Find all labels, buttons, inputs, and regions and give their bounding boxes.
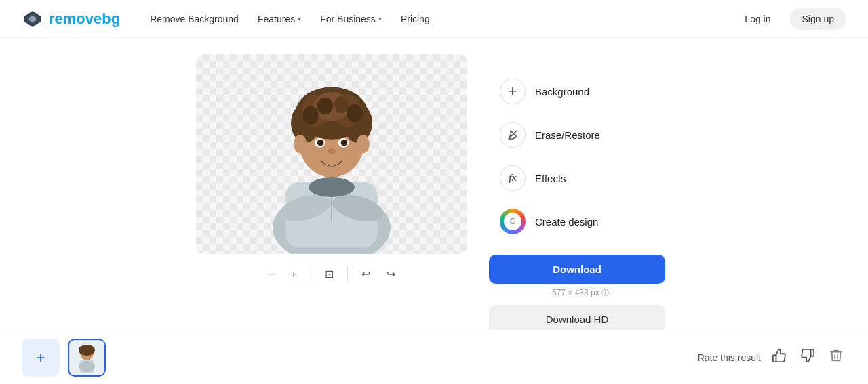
create-design-label: Create design: [535, 216, 598, 228]
svg-point-34: [79, 361, 95, 372]
logo[interactable]: removebg: [22, 8, 120, 30]
nav-pricing[interactable]: Pricing: [393, 9, 438, 28]
signup-button[interactable]: Sign up: [790, 8, 846, 30]
thumbnail-1[interactable]: [68, 339, 106, 377]
features-chevron-icon: ▾: [298, 15, 301, 22]
tool-create-design[interactable]: C Create design: [489, 200, 672, 242]
main-nav: Remove Background Features ▾ For Busines…: [142, 9, 438, 28]
bottom-strip: + Rate this result: [0, 330, 868, 384]
create-design-icon: C: [500, 209, 526, 234]
add-image-button[interactable]: +: [22, 339, 60, 377]
tool-erase-restore[interactable]: Erase/Restore: [489, 114, 672, 156]
nav-remove-background[interactable]: Remove Background: [142, 9, 247, 28]
effects-icon: fx: [500, 165, 526, 191]
erase-restore-label: Erase/Restore: [535, 129, 600, 141]
tool-effects[interactable]: fx Effects: [489, 157, 672, 199]
redo-button[interactable]: ↪: [381, 265, 401, 283]
background-icon: +: [500, 79, 526, 104]
thumbnails: +: [22, 339, 106, 377]
nav-for-business[interactable]: For Business ▾: [312, 9, 390, 28]
thumbs-up-icon: [772, 348, 787, 363]
zoom-in-button[interactable]: +: [285, 265, 302, 283]
zoom-out-button[interactable]: −: [262, 265, 279, 283]
svg-point-28: [357, 135, 370, 153]
svg-point-16: [302, 106, 318, 125]
svg-point-32: [79, 345, 95, 356]
logo-text: removebg: [49, 10, 120, 28]
svg-point-26: [328, 148, 336, 154]
rating-label: Rate this result: [698, 352, 761, 363]
svg-point-29: [309, 177, 355, 197]
erase-restore-icon: [500, 122, 526, 148]
toolbar-divider-2: [347, 266, 348, 282]
thumbs-down-button[interactable]: [797, 345, 818, 369]
effects-label: Effects: [535, 173, 566, 184]
svg-point-25: [343, 141, 346, 144]
svg-point-27: [294, 135, 307, 153]
image-canvas: [196, 54, 467, 254]
delete-button[interactable]: [826, 345, 846, 369]
nav-features[interactable]: Features ▾: [250, 9, 309, 28]
undo-button[interactable]: ↩: [356, 265, 376, 283]
person-image: [237, 58, 427, 254]
canvas-area: − + ⊡ ↩ ↪: [196, 54, 467, 283]
thumbs-down-icon: [800, 348, 815, 363]
header-right: Log in Sign up: [734, 8, 846, 30]
trash-icon: [829, 348, 844, 363]
logo-icon: [22, 8, 43, 30]
svg-point-24: [320, 141, 323, 144]
download-button[interactable]: Download: [489, 255, 665, 284]
header: removebg Remove Background Features ▾ Fo…: [0, 0, 868, 38]
login-button[interactable]: Log in: [734, 8, 781, 30]
download-size: 577 × 433 px ⓘ: [489, 288, 672, 298]
header-left: removebg Remove Background Features ▾ Fo…: [22, 8, 438, 30]
download-info-icon[interactable]: ⓘ: [601, 289, 609, 297]
image-toolbar: − + ⊡ ↩ ↪: [262, 265, 401, 283]
svg-point-19: [347, 104, 362, 123]
toolbar-divider-1: [311, 266, 311, 282]
rating-area: Rate this result: [698, 345, 846, 369]
thumbs-up-button[interactable]: [769, 345, 789, 369]
background-label: Background: [535, 86, 589, 98]
for-business-chevron-icon: ▾: [378, 15, 382, 22]
tool-background[interactable]: + Background: [489, 70, 672, 112]
svg-point-18: [334, 96, 349, 113]
right-panel: + Background Erase/Restore fx Effects C: [489, 54, 672, 348]
fit-button[interactable]: ⊡: [319, 265, 339, 283]
svg-point-17: [317, 98, 333, 114]
